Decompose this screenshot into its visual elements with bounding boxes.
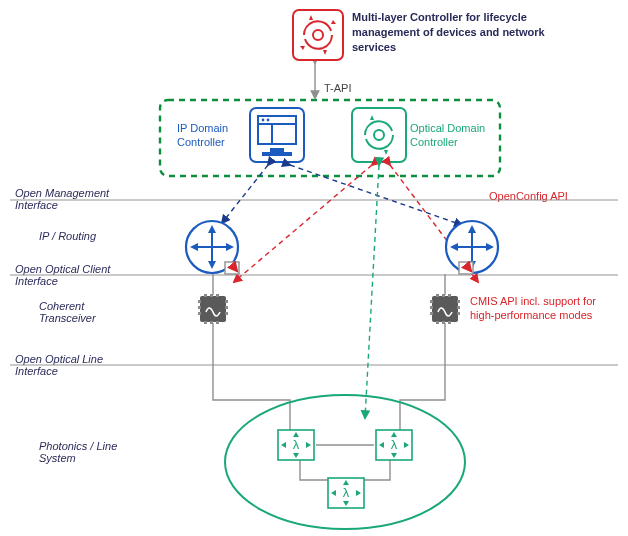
svg-rect-40 [204,321,207,324]
router-icon-left [186,221,239,274]
svg-text:λ: λ [343,485,350,500]
svg-rect-32 [198,306,201,309]
svg-rect-33 [198,312,201,315]
svg-line-18 [290,165,462,225]
svg-rect-45 [430,306,433,309]
svg-rect-47 [457,300,460,303]
svg-rect-50 [436,294,439,297]
svg-point-11 [262,119,265,122]
svg-rect-14 [262,152,292,156]
svg-line-21 [365,165,379,418]
svg-rect-31 [198,300,201,303]
cycle-icon [352,108,406,162]
svg-rect-43 [432,296,458,322]
router-icon-right [446,221,498,274]
multi-layer-controller-icon [293,10,343,60]
svg-rect-44 [430,300,433,303]
photonic-node-2: λ [376,430,412,460]
photonic-node-1: λ [278,430,314,460]
svg-rect-39 [216,294,219,297]
chip-icon-left [198,294,228,324]
photonic-node-3: λ [328,478,364,508]
svg-rect-48 [457,306,460,309]
svg-rect-55 [448,321,451,324]
svg-point-59 [225,395,465,529]
svg-rect-30 [200,296,226,322]
svg-rect-37 [204,294,207,297]
svg-text:λ: λ [293,437,300,452]
chip-icon-right [430,294,460,324]
svg-rect-34 [225,300,228,303]
svg-rect-35 [225,306,228,309]
svg-rect-25 [225,262,239,274]
svg-rect-29 [459,262,473,274]
svg-rect-36 [225,312,228,315]
diagram-svg: λ λ λ [0,0,628,536]
svg-rect-3 [160,100,500,176]
svg-line-17 [222,165,268,223]
svg-rect-5 [293,10,343,60]
svg-text:λ: λ [391,437,398,452]
svg-rect-15 [352,108,406,162]
svg-rect-46 [430,312,433,315]
svg-rect-13 [270,148,284,152]
svg-rect-52 [448,294,451,297]
svg-rect-49 [457,312,460,315]
svg-rect-42 [216,321,219,324]
svg-rect-53 [436,321,439,324]
dashboard-icon [250,108,304,162]
svg-point-12 [267,119,270,122]
